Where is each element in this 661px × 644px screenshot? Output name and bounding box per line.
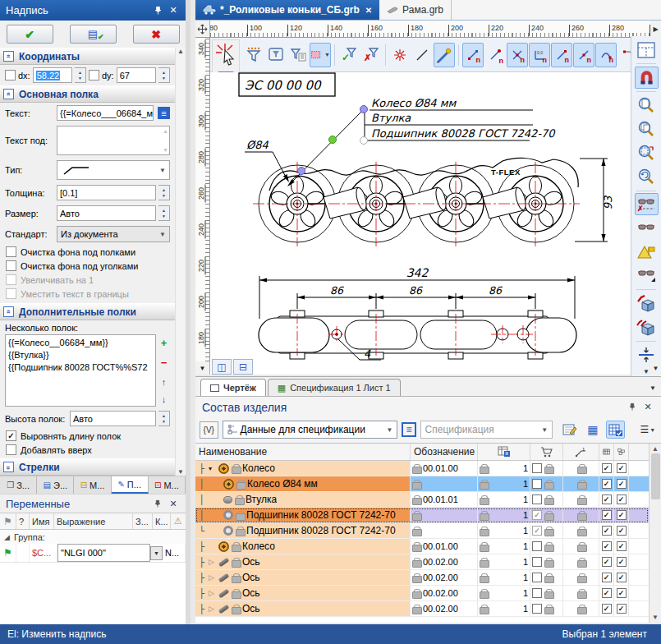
edit-record-button[interactable] [561, 421, 579, 439]
split-horizontal-button[interactable]: ⊟ [233, 359, 253, 375]
variable-row[interactable]: ⚑ $C... "NLGI 000" ▼ N... [0, 544, 186, 563]
include-checkbox[interactable] [617, 557, 627, 567]
tab-parameters[interactable]: ✎П... [112, 476, 149, 494]
cart-checkbox[interactable] [532, 557, 542, 567]
tab-structure[interactable]: ▤Э... [37, 476, 74, 494]
close-icon[interactable]: ✕ [641, 401, 654, 414]
include-checkbox[interactable] [617, 604, 627, 614]
add-shelf-button[interactable]: + [161, 337, 168, 349]
include-checkbox[interactable] [617, 573, 627, 582]
ruler-right-button[interactable]: ▶ [650, 21, 661, 38]
expand-icon[interactable]: ▷ [209, 605, 216, 613]
specification-dropdown[interactable]: Спецификация ▼ [420, 421, 553, 439]
move-down-button[interactable]: ↓ [162, 394, 167, 404]
cart-checkbox[interactable] [532, 604, 542, 614]
variables-group-row[interactable]: ◢ Группа: [0, 530, 186, 544]
include-checkbox[interactable] [617, 463, 627, 473]
table-row[interactable]: ├▷Ось 00.02.00 1 [195, 570, 649, 586]
columns-button[interactable]: ▦ [584, 421, 602, 439]
expand-icon[interactable]: ▷ [209, 573, 216, 582]
snap-midpoint-button[interactable]: n [573, 43, 594, 67]
size-stepper[interactable]: ▲▼ [158, 205, 170, 221]
shelves-list[interactable]: {{=Колесо__06684_мм}} {{Втулка}} {{Подши… [5, 334, 156, 407]
dx-checkbox[interactable] [5, 70, 16, 80]
section-additional-shelves[interactable]: » Дополнительные полки [0, 303, 175, 320]
frame-top-view[interactable] [259, 310, 576, 359]
horizontal-ruler[interactable]: 80100120140160180200220240260280300 [210, 21, 650, 38]
snap-intersection-button[interactable]: n [507, 43, 528, 67]
collapse-icon[interactable]: » [3, 51, 14, 62]
include-checkbox[interactable] [617, 510, 627, 520]
warning-icon[interactable]: ⚠ [171, 513, 186, 529]
snap-endpoint-button[interactable]: n [551, 43, 572, 67]
shelf-line[interactable]: {{Подшипник 80028 ГОСТ%%S72 [8, 361, 153, 374]
frame-profile[interactable] [269, 158, 578, 191]
panel-titlebar[interactable]: Надпись ✕ [0, 0, 186, 21]
flag-icon[interactable]: ⚑ [0, 544, 16, 562]
cb-bg-shelves[interactable]: Очистка фона под полками [0, 245, 175, 259]
canvas-scroll-down[interactable]: ▼ [650, 361, 661, 375]
include-checkbox[interactable] [602, 494, 612, 504]
checkbox-checked[interactable] [6, 430, 16, 441]
table-row-selected[interactable]: │Колесо Ø84 мм 1 [195, 476, 649, 492]
scroll-up-icon[interactable]: ▲ [163, 128, 168, 134]
dy-stepper[interactable]: ▲▼ [158, 67, 170, 83]
handle-dot-white[interactable] [360, 137, 368, 145]
table-row[interactable]: ├Колесо 00.01.00 1 [195, 539, 649, 554]
scroll-down-icon[interactable]: ▼ [177, 468, 184, 476]
variable-extra[interactable]: N... [163, 544, 186, 562]
data-source-dropdown[interactable]: Данные для спецификации ▼ [223, 421, 398, 439]
pin-icon[interactable] [626, 401, 639, 414]
table-row[interactable]: ├▾Колесо 00.01.00 1 [195, 461, 649, 476]
edit-properties-button[interactable]: ▤✔ [70, 25, 117, 44]
include-checkbox[interactable] [617, 541, 627, 551]
table-row-focused[interactable]: │Подшипник 80028 ГОСТ 7242-70 1 [195, 508, 649, 523]
col-expression[interactable]: Выражение [54, 513, 133, 529]
magnet-snap-button[interactable] [635, 67, 659, 89]
columns-check-button[interactable] [606, 421, 625, 439]
thickness-input[interactable]: [0.1] [57, 185, 156, 200]
tabs-more-icon[interactable]: ▼ [650, 384, 656, 392]
cart-checkbox[interactable] [532, 463, 542, 473]
col-k[interactable]: К... [153, 513, 171, 529]
cart-checkbox[interactable] [532, 573, 542, 582]
table-row[interactable]: │Втулка 00.01.01 1 [195, 492, 649, 508]
ruler-bottom-button[interactable]: ▼ [195, 361, 210, 375]
ruler-origin-button[interactable] [195, 21, 210, 38]
handle-dot[interactable] [298, 168, 305, 175]
tab-diagnostics[interactable]: ⊡М... [149, 476, 186, 494]
col-cart-icon[interactable] [530, 444, 563, 460]
include-checkbox[interactable] [602, 526, 612, 536]
collapse-icon[interactable]: » [3, 306, 14, 317]
assembly-drawing[interactable]: ЭС 00 00 00 [210, 72, 631, 375]
include-checkbox[interactable] [617, 526, 627, 536]
shelf-line[interactable]: {{Втулка}} [8, 349, 153, 361]
line-tool-button[interactable] [411, 43, 433, 67]
cb-bg-corners[interactable]: Очистка фона под уголками [0, 259, 175, 273]
expand-icon[interactable]: ▷ [209, 558, 216, 566]
dx-stepper[interactable]: ▲▼ [75, 67, 86, 83]
tab-specification[interactable]: ▦Спецификация 1 Лист 1 [268, 379, 401, 396]
filter-dialog-button[interactable] [265, 43, 287, 67]
zoom-all-pages-button[interactable] [635, 118, 659, 140]
scroll-up-icon[interactable]: ▲ [177, 48, 184, 55]
dy-checkbox[interactable] [89, 70, 99, 80]
variables-button[interactable]: {V} [200, 421, 218, 439]
variables-titlebar[interactable]: Переменные ✕ [0, 494, 186, 513]
text-list-button[interactable]: ≡ [158, 107, 170, 119]
check-all-button[interactable] [635, 316, 659, 338]
snap-free-button[interactable]: n [462, 43, 484, 67]
cart-checkbox-checked[interactable] [532, 526, 542, 536]
drawing-canvas[interactable]: ЭС 00 00 00 [210, 72, 631, 375]
include-checkbox[interactable] [617, 479, 627, 489]
scroll-up-icon[interactable]: ▲ [652, 445, 659, 453]
include-checkbox[interactable] [602, 604, 612, 614]
zoom-page-button[interactable] [635, 94, 659, 117]
table-row[interactable]: └Подшипник 80028 ГОСТ 7242-70 1 [195, 523, 649, 539]
standard-dropdown[interactable]: Из документа ▼ [57, 226, 170, 242]
include-checkbox[interactable] [602, 510, 612, 520]
collapse-icon[interactable]: » [3, 89, 14, 99]
selector-filter-button[interactable] [243, 43, 264, 67]
clear-filter-button[interactable]: ✗ [360, 43, 382, 67]
col-quantity-icon[interactable] [478, 444, 530, 460]
